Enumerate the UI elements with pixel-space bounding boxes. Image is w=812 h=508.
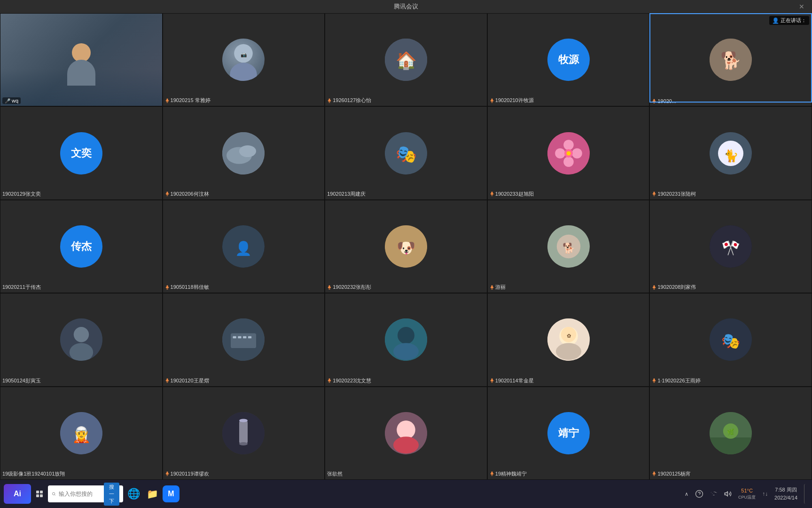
search-button[interactable]: 搜一下 [104,483,119,506]
avatar: 靖宁 [547,412,590,454]
participant-cell: 靖宁 19精神魏靖宁 [487,387,650,480]
avatar: 👤 [222,225,265,268]
avatar: 🏠 [385,39,427,81]
avatar: 🎌 [710,225,752,268]
network-icon[interactable] [708,489,719,499]
self-view-cell: 🎤 wq [0,13,163,106]
title-bar: 腾讯会议 ✕ [0,0,812,13]
cpu-temp-display[interactable]: 51°C CPU温度 [736,486,757,501]
mic-icon [165,98,170,103]
search-input[interactable] [59,491,101,497]
svg-rect-36 [233,336,236,339]
svg-point-15 [563,157,574,167]
mic-icon [652,191,656,196]
svg-point-42 [393,343,419,360]
datetime-display[interactable]: 7:58 周四 2022/4/14 [773,485,799,503]
participant-name: 19020125杨宵 [652,470,691,477]
svg-point-9 [239,145,256,157]
taskbar: Ai 搜一下 🌐 📁 M ∧ [0,480,812,508]
avatar [60,318,102,361]
mic-icon [652,471,656,476]
avatar: 文奕 [60,132,102,175]
show-desktop-button[interactable] [33,484,46,504]
svg-point-57 [397,421,415,439]
svg-point-33 [70,343,93,361]
participant-name: 1·19020226王雨婷 [652,377,700,384]
volume-icon[interactable] [722,489,734,499]
participant-cell: 👤 19050118韩佳敏 [163,200,325,293]
mic-icon [490,471,494,476]
svg-text:🐕: 🐕 [562,242,575,254]
avatar [385,412,427,454]
svg-point-58 [393,437,419,453]
meeting-icon: M [163,485,180,502]
participants-grid: 🎤 wq 📷 19020215 常雅婷 🏠 19260127徐心怡 [0,13,812,480]
participant-name: 19020208刘家伟 [652,284,696,291]
svg-point-16 [555,148,565,159]
mic-icon [327,98,332,103]
participant-cell: 🎭 19020213周建庆 [325,106,487,199]
participant-name: 19020213周建庆 [327,190,366,198]
avatar [222,318,265,361]
svg-text:👤: 👤 [235,240,252,256]
svg-rect-63 [36,491,39,493]
svg-rect-38 [243,336,246,339]
avatar: 🌿 [710,412,752,454]
self-video [0,14,162,106]
participant-cell: 🎭 1·19020226王雨婷 [649,293,812,386]
avatar [222,412,265,454]
mic-icon [490,378,494,383]
ie-browser-button[interactable]: 🌐 [125,485,142,502]
avatar: 📷 [222,39,265,81]
show-desktop-strip[interactable] [804,484,808,504]
expand-tray-button[interactable]: ∧ [683,490,690,498]
close-button[interactable]: ✕ [799,3,804,10]
participant-name: 19020206何汶林 [165,190,209,198]
participant-name: 19级影像1班19240101放翔 [2,470,65,477]
participant-cell: ✿ 19020114常金星 [487,293,650,386]
svg-text:📷: 📷 [241,52,247,58]
avatar: 传杰 [60,225,102,268]
participant-name: 张欲然 [327,470,343,477]
participant-name: 19020119谭缪欢 [165,470,209,477]
svg-text:🌿: 🌿 [727,429,734,436]
network-speed-icon[interactable]: ↑↓ [760,490,770,498]
mic-icon [490,285,494,290]
participant-name: 19020129张文奕 [2,190,41,198]
participant-cell: 19020223沈文慧 [325,293,487,386]
mic-icon [165,378,170,383]
person-body [67,60,95,86]
ai-button[interactable]: Ai [4,484,31,504]
avatar [222,132,265,175]
svg-point-14 [572,148,582,159]
svg-rect-66 [40,494,43,497]
participant-name: 19020223沈文慧 [327,377,371,384]
participant-name: 19050118韩佳敏 [165,284,209,291]
search-box[interactable]: 搜一下 [48,485,123,502]
svg-text:✿: ✿ [566,333,571,339]
mic-icon [165,285,170,290]
svg-point-32 [74,327,89,342]
svg-point-45 [556,343,581,360]
tencent-meeting-button[interactable]: M [163,485,180,502]
mic-icon [327,285,332,290]
avatar [385,318,427,361]
mic-icon [652,99,656,103]
participant-name: 19020211于传杰 [2,284,41,291]
participant-cell: 19020233赵旭阳 [487,106,650,199]
participant-cell: 📷 19020215 常雅婷 [163,13,325,106]
svg-point-1 [230,63,258,81]
participant-cell: 传杰 19020211于传杰 [0,200,163,293]
file-explorer-button[interactable]: 📁 [144,485,161,502]
svg-text:🐶: 🐶 [397,238,416,257]
help-tray-icon[interactable] [693,489,705,499]
mic-icon [165,471,170,476]
participant-name: 19020233赵旭阳 [490,190,534,198]
participant-cell: 🐈 19020231张陆柯 [649,106,812,199]
participant-name: 19020120王星熠 [165,377,209,384]
avatar: 🐕 [547,225,590,268]
person-head [72,43,91,62]
svg-rect-35 [231,333,256,349]
svg-text:🎌: 🎌 [721,238,741,257]
participant-name: 19020210许牧源 [490,97,534,104]
